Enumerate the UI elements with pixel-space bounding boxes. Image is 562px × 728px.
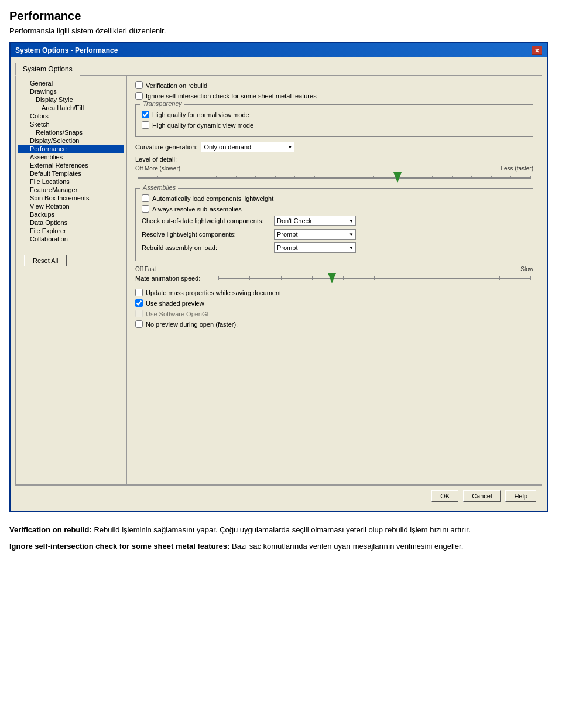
level-of-detail-thumb[interactable] — [393, 172, 402, 183]
sidebar-item-performance[interactable]: Performance — [18, 145, 124, 153]
tab-system-options[interactable]: System Options — [15, 63, 80, 76]
no-preview-during-open-row: No preview during open (faster). — [135, 320, 533, 328]
no-preview-during-open-checkbox[interactable] — [135, 320, 143, 328]
check-out-of-date-select-wrapper: Don't Check Prompt Always — [274, 216, 356, 226]
reset-all-button[interactable]: Reset All — [24, 255, 67, 266]
mate-animation-slow-label: Slow — [520, 266, 533, 272]
update-mass-label: Update mass properties while saving docu… — [146, 289, 281, 296]
sidebar-item-relations-snaps[interactable]: Relations/Snaps — [18, 128, 124, 136]
transparency-group-inner: High quality for normal view mode High q… — [142, 111, 527, 129]
check-out-of-date-label: Check out-of-date lightweight components… — [142, 217, 270, 224]
level-of-detail-off-label: Off More (slower) — [135, 165, 180, 172]
desc-text-2: Bazı sac komutlarında verilen uyarı mesa… — [232, 542, 463, 551]
use-software-opengl-row: Use Software OpenGL — [135, 310, 533, 317]
sidebar-item-view-rotation[interactable]: View Rotation — [18, 202, 124, 210]
use-shaded-preview-label: Use shaded preview — [146, 300, 204, 307]
sidebar-item-area-hatch[interactable]: Area Hatch/Fill — [18, 104, 124, 112]
desc-term-1: Verification on rebuild: — [9, 525, 92, 534]
assemblies-group-inner: Automatically load components lightweigh… — [142, 194, 527, 253]
mate-animation-area: Off Fast Slow Mate animation speed: — [135, 266, 533, 283]
sidebar-item-data-options[interactable]: Data Options — [18, 218, 124, 227]
curvature-generation-row: Curvature generation: Only on demand Alw… — [135, 142, 533, 152]
auto-load-label: Automatically load components lightweigh… — [152, 195, 273, 202]
check-out-of-date-select[interactable]: Don't Check Prompt Always — [274, 216, 356, 226]
high-quality-normal-label: High quality for normal view mode — [152, 111, 249, 118]
bottom-checkboxes: Update mass properties while saving docu… — [135, 289, 533, 328]
ignore-self-intersection-checkbox[interactable] — [135, 92, 143, 100]
sidebar-item-display-style[interactable]: Display Style — [18, 95, 124, 104]
window-title: System Options - Performance — [15, 46, 118, 54]
always-resolve-checkbox[interactable] — [142, 205, 149, 213]
sidebar-item-collaboration[interactable]: Collaboration — [18, 235, 124, 243]
assemblies-group: Assemblies Automatically load components… — [135, 188, 533, 261]
rebuild-assembly-row: Rebuild assembly on load: Prompt Always … — [142, 242, 527, 253]
verification-on-rebuild-label: Verification on rebuild — [146, 82, 207, 89]
level-of-detail-slider[interactable] — [138, 173, 531, 182]
sidebar-item-default-templates[interactable]: Default Templates — [18, 169, 124, 177]
curvature-generation-select-wrapper: Only on demand Always Never — [201, 142, 294, 152]
use-shaded-preview-row: Use shaded preview — [135, 299, 533, 307]
level-of-detail-area: Level of detail: Off More (slower) Less … — [135, 156, 533, 182]
help-button[interactable]: Help — [505, 490, 536, 502]
high-quality-dynamic-label: High quality for dynamic view mode — [152, 122, 253, 129]
sidebar-item-general[interactable]: General — [18, 79, 124, 87]
use-software-opengl-label: Use Software OpenGL — [146, 310, 211, 317]
sidebar-item-spin-box-increments[interactable]: Spin Box Increments — [18, 194, 124, 202]
high-quality-normal-row: High quality for normal view mode — [142, 111, 527, 118]
no-preview-during-open-label: No preview during open (faster). — [146, 321, 238, 328]
sidebar-item-backups[interactable]: Backups — [18, 210, 124, 218]
sidebar: General Drawings Display Style Area Hatc… — [16, 76, 127, 484]
rebuild-assembly-select[interactable]: Prompt Always Never — [274, 242, 356, 253]
use-software-opengl-checkbox[interactable] — [135, 310, 143, 317]
high-quality-dynamic-checkbox[interactable] — [142, 121, 149, 129]
check-out-of-date-row: Check out-of-date lightweight components… — [142, 216, 527, 226]
sidebar-item-drawings[interactable]: Drawings — [18, 87, 124, 95]
always-resolve-label: Always resolve sub-assemblies — [152, 206, 242, 213]
sidebar-item-display-selection[interactable]: Display/Selection — [18, 136, 124, 145]
always-resolve-row: Always resolve sub-assemblies — [142, 205, 527, 213]
window-close-button[interactable]: ✕ — [532, 46, 542, 55]
resolve-lightweight-select[interactable]: Prompt Always Never — [274, 229, 356, 240]
verification-on-rebuild-checkbox[interactable] — [135, 81, 143, 89]
sidebar-item-file-locations[interactable]: File Locations — [18, 177, 124, 186]
level-of-detail-less-label: Less (faster) — [501, 165, 533, 172]
transparency-group: Transparency High quality for normal vie… — [135, 104, 533, 137]
sidebar-item-assemblies[interactable]: Assemblies — [18, 153, 124, 161]
auto-load-row: Automatically load components lightweigh… — [142, 194, 527, 202]
sidebar-item-file-explorer[interactable]: File Explorer — [18, 227, 124, 235]
desc-text-1: Rebuild işleminin sağlamasını yapar. Çoğ… — [94, 525, 470, 534]
use-shaded-preview-checkbox[interactable] — [135, 299, 143, 307]
system-options-window: System Options - Performance ✕ System Op… — [9, 42, 548, 512]
tab-bar: System Options — [15, 62, 542, 75]
mate-animation-slider[interactable] — [218, 274, 531, 283]
dialog-footer: OK Cancel Help — [15, 485, 542, 507]
mate-animation-scale-labels: Off Fast Slow — [135, 266, 533, 272]
rebuild-assembly-select-wrapper: Prompt Always Never — [274, 242, 356, 253]
assemblies-group-title: Assemblies — [140, 184, 178, 191]
cancel-button[interactable]: Cancel — [463, 490, 501, 502]
description-section: Verification on rebuild: Rebuild işlemin… — [9, 524, 553, 552]
sidebar-item-feature-manager[interactable]: FeatureManager — [18, 186, 124, 194]
auto-load-checkbox[interactable] — [142, 194, 149, 202]
resolve-lightweight-row: Resolve lightweight components: Prompt A… — [142, 229, 527, 240]
mate-animation-thumb[interactable] — [328, 273, 336, 283]
curvature-generation-select[interactable]: Only on demand Always Never — [201, 142, 294, 152]
sidebar-item-sketch[interactable]: Sketch — [18, 120, 124, 128]
mate-animation-off-label: Off Fast — [135, 266, 156, 272]
right-panel: Verification on rebuild Ignore self-inte… — [127, 76, 542, 484]
desc-term-2: Ignore self-intersection check for some … — [9, 542, 229, 551]
ignore-self-intersection-label: Ignore self-intersection check for some … — [146, 93, 317, 100]
main-panel: General Drawings Display Style Area Hatc… — [15, 75, 542, 485]
resolve-lightweight-label: Resolve lightweight components: — [142, 231, 270, 238]
ok-button[interactable]: OK — [431, 490, 458, 502]
mate-animation-label: Mate animation speed: — [135, 275, 211, 282]
level-of-detail-scale-labels: Off More (slower) Less (faster) — [135, 165, 533, 172]
update-mass-row: Update mass properties while saving docu… — [135, 289, 533, 296]
update-mass-checkbox[interactable] — [135, 289, 143, 296]
sidebar-item-colors[interactable]: Colors — [18, 112, 124, 120]
sidebar-item-external-references[interactable]: External References — [18, 161, 124, 169]
description-para-2: Ignore self-intersection check for some … — [9, 541, 553, 552]
high-quality-normal-checkbox[interactable] — [142, 111, 149, 118]
transparency-group-title: Transparency — [140, 100, 184, 107]
high-quality-dynamic-row: High quality for dynamic view mode — [142, 121, 527, 129]
